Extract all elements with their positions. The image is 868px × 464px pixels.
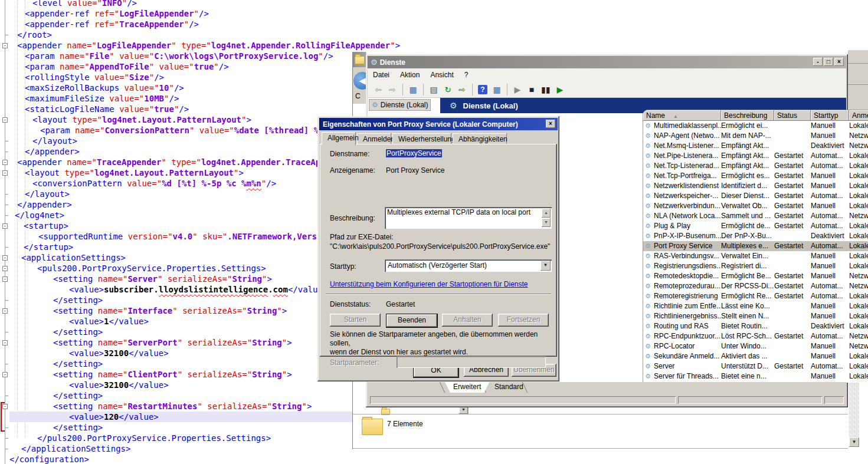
table-cell: Manuell <box>811 171 849 181</box>
forward-icon[interactable]: ⇨ <box>386 83 399 96</box>
table-row[interactable]: ⚙RPC-Endpunktzuor...Löst RPC-Sch...Gesta… <box>643 331 868 341</box>
tree-item-dienste-lokal[interactable]: ⚙ Dienste (Lokal) <box>369 99 431 111</box>
list-icon[interactable]: ▤ <box>427 83 440 96</box>
refresh-icon[interactable]: ↻ <box>441 83 454 96</box>
show-hide-tree-icon[interactable]: ▦ <box>490 83 503 96</box>
code-line[interactable]: <value>120</value> <box>9 412 412 422</box>
back-icon[interactable]: ⇦ <box>372 83 385 96</box>
maximize-button[interactable]: □ <box>824 58 833 66</box>
fold-collapse-icon[interactable]: - <box>2 117 8 123</box>
code-line[interactable]: <appender-ref ref="TraceAppender"/> <box>9 19 868 29</box>
column-header-anmeldenals[interactable]: Anmelden als <box>849 110 868 121</box>
table-row[interactable]: ⚙Plug & PlayErmöglicht de...GestartetAut… <box>643 221 868 231</box>
start-service-icon[interactable]: ▶ <box>511 83 524 96</box>
table-row[interactable]: ⚙Richtlinienergebniss...Stellt einen N..… <box>643 311 868 321</box>
table-row[interactable]: ⚙Netzwerkspeicher-...Dieser Dienst...Ges… <box>643 191 868 201</box>
table-row[interactable]: ⚙Registrierungsdiens...Registriert di...… <box>643 261 868 271</box>
stop-service-icon[interactable]: ■ <box>525 83 538 96</box>
fold-collapse-icon[interactable]: - <box>2 372 8 377</box>
console-window-icon[interactable]: ▦ <box>407 83 420 96</box>
table-cell: Gestartet <box>774 221 811 231</box>
menu-item-[interactable]: ? <box>459 70 474 80</box>
tab-allgemein[interactable]: Allgemein <box>322 132 356 145</box>
scroll-down-icon[interactable]: ▼ <box>542 218 551 227</box>
fortsetzen-button[interactable]: Fortsetzen <box>498 314 549 327</box>
code-line[interactable]: <appender name="LogFileAppender" type="l… <box>9 40 868 51</box>
table-row[interactable]: ⚙Net.Pipe-Listenera...Empfängt Akt...Ges… <box>643 151 868 161</box>
table-row[interactable]: ⚙Net.Tcp-Listenerad...Empfängt Akt...Ges… <box>643 161 868 171</box>
dialog-titlebar[interactable]: Eigenschaften von Port Proxy Service (Lo… <box>319 118 558 130</box>
table-row[interactable]: ⚙Server für Threads...Bietet eine n...Ma… <box>643 371 868 381</box>
export-list-icon[interactable]: ⇨ <box>456 83 469 96</box>
column-header-name[interactable]: Name▲ <box>643 110 721 121</box>
starttyp-value: Automatisch (Verzögerter Start) <box>388 261 487 269</box>
fold-collapse-icon[interactable]: - <box>2 266 8 271</box>
column-header-starttyp[interactable]: Starttyp <box>811 110 849 121</box>
pause-service-icon[interactable]: ▮▮ <box>539 83 552 96</box>
bottom-tab-standard[interactable]: Standard <box>486 382 532 393</box>
table-row[interactable]: ⚙NLA (Network Loca...Sammelt und ...Gest… <box>643 211 868 221</box>
code-line[interactable]: </configuration> <box>9 454 868 464</box>
restart-service-icon[interactable]: ▶ <box>553 83 566 96</box>
table-row[interactable]: ⚙Remotedesktopdie...Ermöglicht Be...Gest… <box>643 271 868 281</box>
column-header-beschreibung[interactable]: Beschreibung <box>721 110 774 121</box>
menu-item-aktion[interactable]: Aktion <box>395 70 425 80</box>
table-row[interactable]: ⚙Richtlinie zum Entfe...Lässt eine Ko...… <box>643 301 868 311</box>
fold-collapse-icon[interactable]: - <box>2 340 8 345</box>
startparameter-input[interactable] <box>397 356 546 368</box>
fold-collapse-icon[interactable]: - <box>2 308 8 314</box>
beenden-button[interactable]: Beenden <box>386 314 438 328</box>
help-icon[interactable]: ? <box>476 83 489 96</box>
starten-button[interactable]: Starten <box>330 314 381 327</box>
code-token: log4net.Layout.PatternLayout <box>102 115 241 124</box>
table-row[interactable]: ⚙Routing und RASBietet Routin...Deaktivi… <box>643 321 868 331</box>
gear-icon: ⚙ <box>645 261 651 271</box>
anhalten-button[interactable]: Anhalten <box>442 314 493 327</box>
table-cell: Lokaler Dienst <box>849 161 868 171</box>
table-row[interactable]: ⚙Port Proxy ServiceMultiplexes e...Gesta… <box>643 241 868 251</box>
tab-anmelden[interactable]: Anmelden <box>357 133 391 145</box>
minimize-button[interactable]: - <box>813 58 823 66</box>
scroll-down-icon[interactable]: ▼ <box>849 437 859 447</box>
beschreibung-textarea[interactable]: Multiplexes external TCP/IP data on loca… <box>385 207 552 229</box>
table-row[interactable]: ⚙Net.Msmq-Listener...Empfängt Akt...Deak… <box>643 141 868 151</box>
gear-icon: ⚙ <box>645 121 651 131</box>
close-icon[interactable]: × <box>546 120 555 128</box>
menu-item-ansicht[interactable]: Ansicht <box>425 70 458 80</box>
dropdown-arrow-icon[interactable]: ▼ <box>541 261 551 271</box>
fold-collapse-icon[interactable]: - <box>2 170 8 176</box>
table-row[interactable]: ⚙Multimediaklassenpl...Ermöglicht ei...M… <box>643 121 868 131</box>
tab-abhngigkeiten[interactable]: Abhängigkeiten <box>453 133 507 145</box>
startoptions-help-link[interactable]: Unterstützung beim Konfigurieren der Sta… <box>330 280 528 288</box>
bottom-tab-erweitert[interactable]: Erweitert <box>445 382 489 393</box>
menu-item-datei[interactable]: Datei <box>368 70 395 80</box>
scroll-up-icon[interactable]: ▲ <box>542 209 551 218</box>
export-list-icon: ⇨ <box>458 85 466 94</box>
starttyp-combobox[interactable]: Automatisch (Verzögerter Start) ▼ <box>385 259 552 272</box>
column-header-status[interactable]: Status <box>774 110 811 121</box>
table-row[interactable]: ⚙RAS-Verbindungsv...Verwaltet Ein...Manu… <box>643 251 868 261</box>
code-line[interactable]: <level value="INFO"/> <box>9 0 868 8</box>
table-row[interactable]: ⚙Sekundäre Anmeld...Aktiviert das ...Man… <box>643 351 868 361</box>
table-row[interactable]: ⚙RPC-LocatorUnter Windo...ManuellNetzwer… <box>643 341 868 351</box>
fold-collapse-icon[interactable]: - <box>2 223 8 229</box>
table-row[interactable]: ⚙Netzwerkverbindun...Verwaltet Ob...Gest… <box>643 201 868 211</box>
table-row[interactable]: ⚙Net.Tcp-Portfreiga...Ermöglicht es...Ge… <box>643 171 868 181</box>
fold-collapse-icon[interactable]: - <box>2 160 8 165</box>
dienstname-value[interactable]: PortProxyService <box>386 149 442 157</box>
code-line[interactable]: <appender-ref ref="LogFileAppender"/> <box>9 8 868 19</box>
services-titlebar[interactable]: ⚙ Dienste -□× <box>368 56 846 68</box>
table-row[interactable]: ⚙Remoteprozedurau...Der RPCSS-Di...Gesta… <box>643 281 868 291</box>
close-button[interactable]: × <box>834 58 844 66</box>
fold-tick <box>5 427 8 428</box>
fold-collapse-icon[interactable]: - <box>2 277 8 282</box>
code-line[interactable]: </root> <box>9 29 868 40</box>
table-row[interactable]: ⚙NetzwerklistendienstIdentifiziert d...G… <box>643 181 868 191</box>
table-row[interactable]: ⚙RemoteregistrierungErmöglicht Re...Gest… <box>643 291 868 301</box>
table-row[interactable]: ⚙NAP-Agent (Netwo...Mit dem NAP-...Manue… <box>643 131 868 141</box>
table-row[interactable]: ⚙ServerUnterstützt D...GestartetAutomat.… <box>643 361 868 371</box>
fold-collapse-icon[interactable]: - <box>2 255 8 261</box>
table-row[interactable]: ⚙PnP-X-IP-Busenum...Der PnP-X-Bu...Deakt… <box>643 231 868 241</box>
fold-collapse-icon[interactable]: - <box>2 43 8 48</box>
tab-wiederherstellung[interactable]: Wiederherstellung <box>392 133 451 145</box>
